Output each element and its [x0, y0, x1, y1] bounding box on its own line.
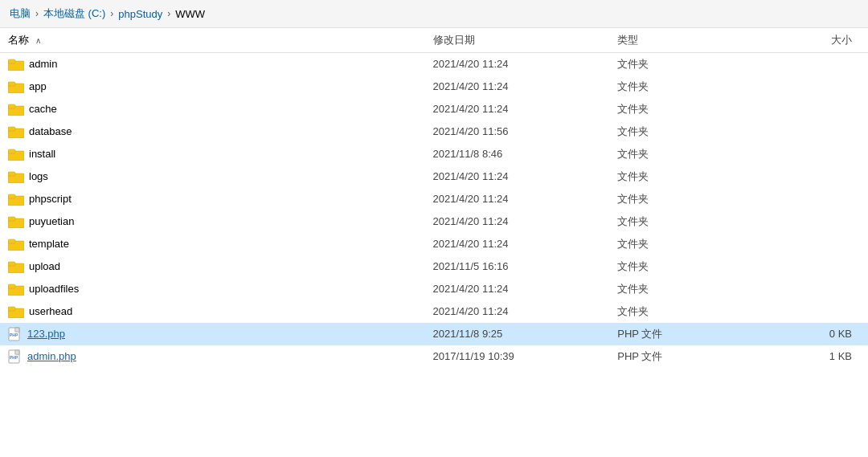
folder-icon — [8, 193, 24, 206]
file-name: install — [29, 148, 55, 160]
file-name: puyuetian — [29, 215, 74, 227]
table-row[interactable]: cache 2021/4/20 11:24文件夹 — [0, 98, 868, 120]
table-row[interactable]: puyuetian 2021/4/20 11:24文件夹 — [0, 210, 868, 233]
table-row[interactable]: upload 2021/11/5 16:16文件夹 — [0, 255, 868, 278]
file-date: 2021/4/20 11:24 — [425, 53, 610, 75]
svg-rect-5 — [8, 104, 15, 108]
file-type: 文件夹 — [609, 143, 776, 165]
file-type: 文件夹 — [609, 120, 776, 143]
file-date: 2021/11/8 8:46 — [425, 143, 610, 165]
file-type: PHP 文件 — [609, 345, 776, 368]
folder-icon — [8, 170, 24, 183]
file-name: cache — [29, 103, 57, 115]
folder-icon — [8, 238, 24, 251]
file-type: 文件夹 — [609, 188, 776, 210]
file-name: userhead — [29, 305, 72, 317]
file-type: 文件夹 — [609, 53, 776, 75]
file-size — [776, 255, 868, 278]
svg-text:PHP: PHP — [10, 355, 18, 360]
php-file-icon: PHP — [8, 349, 23, 364]
file-size: 1 KB — [776, 345, 868, 368]
table-row[interactable]: database 2021/4/20 11:56文件夹 — [0, 120, 868, 143]
folder-icon — [8, 103, 24, 116]
breadcrumb-item-phpstudy[interactable]: phpStudy — [118, 8, 162, 20]
breadcrumb: 电脑 › 本地磁盘 (C:) › phpStudy › WWW — [0, 0, 868, 28]
breadcrumb-sep-1: › — [35, 8, 39, 19]
file-name: admin — [29, 58, 57, 70]
file-size — [776, 278, 868, 300]
breadcrumb-item-www: WWW — [175, 8, 205, 20]
php-file-icon: PHP — [8, 327, 23, 341]
table-row[interactable]: template 2021/4/20 11:24文件夹 — [0, 233, 868, 255]
file-type: 文件夹 — [609, 165, 776, 188]
file-name: app — [29, 80, 47, 92]
col-header-date[interactable]: 修改日期 — [425, 28, 610, 53]
file-name: upload — [29, 260, 60, 272]
file-type: 文件夹 — [609, 98, 776, 120]
svg-rect-7 — [8, 127, 15, 131]
table-row[interactable]: admin 2021/4/20 11:24文件夹 — [0, 53, 868, 75]
svg-rect-21 — [8, 284, 15, 288]
table-row[interactable]: PHP admin.php 2017/11/19 10:39PHP 文件1 KB — [0, 345, 868, 368]
file-name: database — [29, 125, 72, 137]
svg-rect-11 — [8, 172, 15, 176]
svg-rect-17 — [8, 239, 15, 243]
file-date: 2021/4/20 11:24 — [425, 188, 610, 210]
file-name: phpscript — [29, 193, 72, 205]
svg-rect-13 — [8, 194, 15, 198]
file-date: 2021/11/5 16:16 — [425, 255, 610, 278]
table-row[interactable]: PHP 123.php 2021/11/8 9:25PHP 文件0 KB — [0, 323, 868, 345]
file-list-container[interactable]: 名称 ∧ 修改日期 类型 大小 admin 2021/4/20 11:24文件夹… — [0, 28, 868, 453]
file-size — [776, 188, 868, 210]
svg-text:PHP: PHP — [10, 333, 18, 337]
svg-rect-15 — [8, 217, 15, 221]
file-type: 文件夹 — [609, 300, 776, 323]
folder-icon — [8, 283, 24, 296]
file-table: 名称 ∧ 修改日期 类型 大小 admin 2021/4/20 11:24文件夹… — [0, 28, 868, 368]
file-name: template — [29, 238, 69, 250]
file-type: 文件夹 — [609, 210, 776, 233]
breadcrumb-item-c[interactable]: 本地磁盘 (C:) — [43, 6, 105, 21]
folder-icon — [8, 80, 24, 93]
folder-icon — [8, 125, 24, 138]
folder-icon — [8, 260, 24, 273]
file-date: 2017/11/19 10:39 — [425, 345, 610, 368]
file-date: 2021/4/20 11:24 — [425, 98, 610, 120]
svg-rect-1 — [8, 59, 15, 63]
folder-icon — [8, 305, 24, 318]
sort-arrow-name: ∧ — [35, 36, 41, 45]
file-date: 2021/4/20 11:24 — [425, 75, 610, 98]
file-date: 2021/4/20 11:24 — [425, 233, 610, 255]
svg-rect-3 — [8, 82, 15, 86]
file-date: 2021/4/20 11:24 — [425, 300, 610, 323]
table-row[interactable]: logs 2021/4/20 11:24文件夹 — [0, 165, 868, 188]
file-type: 文件夹 — [609, 75, 776, 98]
folder-icon — [8, 58, 24, 71]
svg-rect-23 — [8, 307, 15, 311]
col-header-size[interactable]: 大小 — [776, 28, 868, 53]
file-date: 2021/4/20 11:24 — [425, 165, 610, 188]
table-row[interactable]: app 2021/4/20 11:24文件夹 — [0, 75, 868, 98]
file-date: 2021/4/20 11:24 — [425, 210, 610, 233]
breadcrumb-sep-2: › — [110, 8, 113, 19]
file-size: 0 KB — [776, 323, 868, 345]
file-name: uploadfiles — [29, 283, 79, 295]
file-type: 文件夹 — [609, 255, 776, 278]
file-name: logs — [29, 170, 48, 182]
file-size — [776, 210, 868, 233]
table-row[interactable]: uploadfiles 2021/4/20 11:24文件夹 — [0, 278, 868, 300]
file-size — [776, 120, 868, 143]
file-size — [776, 98, 868, 120]
table-row[interactable]: phpscript 2021/4/20 11:24文件夹 — [0, 188, 868, 210]
col-header-name[interactable]: 名称 ∧ — [0, 28, 425, 53]
breadcrumb-item-computer[interactable]: 电脑 — [10, 6, 31, 21]
file-size — [776, 300, 868, 323]
file-size — [776, 165, 868, 188]
file-size — [776, 75, 868, 98]
breadcrumb-sep-3: › — [167, 8, 170, 19]
file-type: PHP 文件 — [609, 323, 776, 345]
file-type: 文件夹 — [609, 278, 776, 300]
table-row[interactable]: install 2021/11/8 8:46文件夹 — [0, 143, 868, 165]
col-header-type[interactable]: 类型 — [609, 28, 776, 53]
table-row[interactable]: userhead 2021/4/20 11:24文件夹 — [0, 300, 868, 323]
